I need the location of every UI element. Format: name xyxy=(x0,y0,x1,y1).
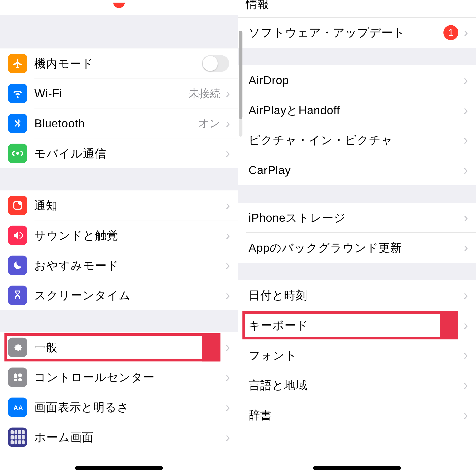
chevron-right-icon: › xyxy=(226,341,230,354)
airplane-icon xyxy=(8,54,27,73)
svg-rect-2 xyxy=(14,373,17,378)
scrollbar-thumb[interactable] xyxy=(239,31,242,119)
language-label: 言語と地域 xyxy=(249,377,462,393)
settings-root-screen: 機内モード Wi-Fi 未接続 › Bluetooth オン › xyxy=(0,0,238,476)
update-badge: 1 xyxy=(443,25,458,40)
airdrop-label: AirDrop xyxy=(249,73,462,87)
chevron-right-icon: › xyxy=(226,289,230,302)
pip-label: ピクチャ・イン・ピクチャ xyxy=(249,132,462,148)
row-homescreen[interactable]: ホーム画面 › xyxy=(0,422,238,452)
row-controlcenter[interactable]: コントロールセンター › xyxy=(0,362,238,392)
row-datetime[interactable]: 日付と時刻 › xyxy=(238,280,476,310)
wifi-detail: 未接続 xyxy=(189,86,220,101)
airplay-label: AirPlayとHandoff xyxy=(249,103,462,118)
chevron-right-icon: › xyxy=(226,117,230,130)
row-screentime[interactable]: スクリーンタイム › xyxy=(0,280,238,310)
chevron-right-icon: › xyxy=(226,401,230,414)
font-label: フォント xyxy=(249,348,462,363)
row-font[interactable]: フォント › xyxy=(238,340,476,370)
chevron-right-icon: › xyxy=(464,408,468,422)
datetime-label: 日付と時刻 xyxy=(249,288,462,303)
notifications-icon xyxy=(8,196,27,215)
row-background-refresh[interactable]: Appのバックグラウンド更新 › xyxy=(238,233,476,263)
row-airplane-mode[interactable]: 機内モード xyxy=(0,48,238,78)
chevron-right-icon: › xyxy=(226,229,230,242)
dnd-label: おやすみモード xyxy=(34,257,224,273)
wifi-label: Wi-Fi xyxy=(34,87,188,100)
keyboard-label: キーボード xyxy=(249,318,462,333)
chevron-right-icon: › xyxy=(226,431,230,444)
chevron-right-icon: › xyxy=(226,199,230,212)
moon-icon xyxy=(8,256,27,275)
scrollbar-track xyxy=(239,119,242,137)
row-carplay[interactable]: CarPlay › xyxy=(238,155,476,185)
cellular-label: モバイル通信 xyxy=(34,146,224,161)
header-area xyxy=(0,0,238,48)
row-dictionary[interactable]: 辞書 › xyxy=(238,400,476,430)
bluetooth-label: Bluetooth xyxy=(34,116,198,130)
airplane-label: 機内モード xyxy=(34,56,202,71)
svg-point-4 xyxy=(18,373,22,377)
general-settings-screen: 情報 ソフトウェア・アップデート 1 › AirDrop › AirPlayとH… xyxy=(238,0,476,476)
chevron-right-icon: › xyxy=(464,73,468,87)
sounds-label: サウンドと触覚 xyxy=(34,228,224,243)
svg-rect-5 xyxy=(18,378,22,381)
dictionary-label: 辞書 xyxy=(249,407,462,423)
airplane-toggle[interactable] xyxy=(202,55,229,72)
row-language[interactable]: 言語と地域 › xyxy=(238,370,476,400)
svg-point-1 xyxy=(18,201,22,205)
display-icon: AA xyxy=(8,398,27,417)
row-bluetooth[interactable]: Bluetooth オン › xyxy=(0,109,238,139)
controlcenter-icon xyxy=(8,367,27,387)
chevron-right-icon: › xyxy=(464,349,468,362)
row-airplay[interactable]: AirPlayとHandoff › xyxy=(238,95,476,125)
row-dnd[interactable]: おやすみモード › xyxy=(0,250,238,280)
software-update-label: ソフトウェア・アップデート xyxy=(249,25,443,40)
gear-icon xyxy=(8,338,27,357)
chevron-right-icon: › xyxy=(464,379,468,392)
bluetooth-detail: オン xyxy=(198,116,220,131)
notifications-label: 通知 xyxy=(34,198,224,213)
chevron-right-icon: › xyxy=(464,241,468,254)
general-label: 一般 xyxy=(34,340,224,355)
row-pip[interactable]: ピクチャ・イン・ピクチャ › xyxy=(238,125,476,155)
chevron-right-icon: › xyxy=(464,211,468,224)
homescreen-label: ホーム画面 xyxy=(34,430,224,445)
storage-label: iPhoneストレージ xyxy=(249,210,462,225)
row-airdrop[interactable]: AirDrop › xyxy=(238,65,476,95)
carplay-label: CarPlay xyxy=(249,163,462,177)
info-label: 情報 xyxy=(246,0,269,12)
row-storage[interactable]: iPhoneストレージ › xyxy=(238,203,476,233)
row-wifi[interactable]: Wi-Fi 未接続 › xyxy=(0,78,238,109)
screentime-label: スクリーンタイム xyxy=(34,288,224,303)
row-keyboard[interactable]: キーボード › xyxy=(238,310,476,340)
background-label: Appのバックグラウンド更新 xyxy=(249,240,462,255)
chevron-right-icon: › xyxy=(226,259,230,272)
home-indicator[interactable] xyxy=(313,466,401,470)
chevron-right-icon: › xyxy=(464,26,468,39)
chevron-right-icon: › xyxy=(226,147,230,160)
row-display[interactable]: AA 画面表示と明るさ › xyxy=(0,392,238,422)
home-indicator[interactable] xyxy=(75,466,163,470)
display-label: 画面表示と明るさ xyxy=(34,400,224,415)
chevron-right-icon: › xyxy=(464,164,468,177)
chevron-right-icon: › xyxy=(226,371,230,384)
row-general[interactable]: 一般 › xyxy=(0,332,238,362)
sounds-icon xyxy=(8,226,27,245)
row-notifications[interactable]: 通知 › xyxy=(0,190,238,220)
chevron-right-icon: › xyxy=(464,289,468,302)
cellular-icon xyxy=(8,144,27,163)
chevron-right-icon: › xyxy=(464,134,468,147)
row-software-update[interactable]: ソフトウェア・アップデート 1 › xyxy=(238,18,476,48)
chevron-right-icon: › xyxy=(464,319,468,332)
controlcenter-label: コントロールセンター xyxy=(34,369,224,385)
row-cellular[interactable]: モバイル通信 › xyxy=(0,138,238,168)
row-info-partial[interactable]: 情報 xyxy=(238,0,476,18)
homescreen-icon xyxy=(8,428,27,447)
chevron-right-icon: › xyxy=(464,104,468,117)
hourglass-icon xyxy=(8,286,27,305)
bluetooth-icon xyxy=(8,114,27,133)
row-sounds[interactable]: サウンドと触覚 › xyxy=(0,220,238,251)
svg-text:AA: AA xyxy=(13,404,23,412)
wifi-icon xyxy=(8,84,27,103)
